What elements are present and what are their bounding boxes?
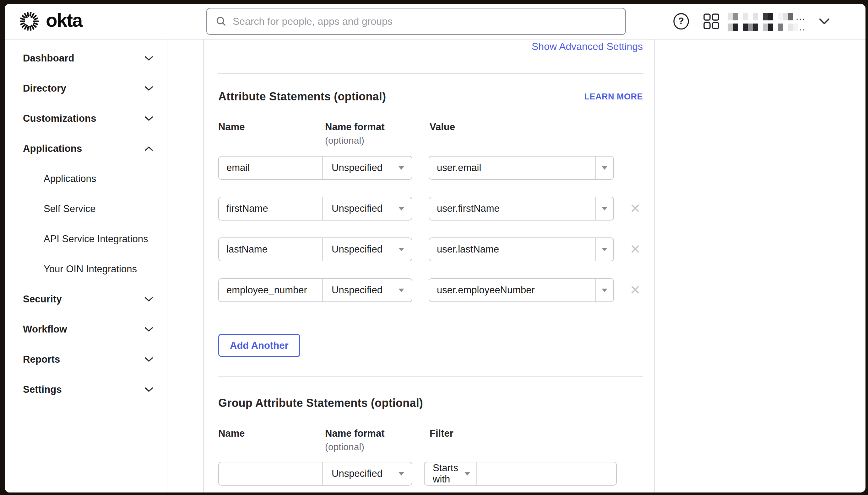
attribute-statements-title: Attribute Statements (optional) (218, 90, 386, 103)
attribute-name-input[interactable] (226, 203, 315, 214)
chevron-down-icon (144, 296, 153, 302)
remove-attribute-button[interactable]: ✕ (629, 243, 641, 256)
column-name-format: Name format (325, 428, 385, 439)
value-dropdown-toggle[interactable] (595, 279, 613, 302)
chevron-down-icon (144, 357, 153, 362)
name-format-select[interactable]: Unspecified (323, 197, 412, 220)
nav-chevron (144, 327, 153, 332)
redacted-dots-bottom: .. (799, 23, 805, 31)
name-format-select[interactable]: Unspecified (323, 238, 412, 261)
attribute-name-input[interactable] (226, 162, 315, 173)
okta-logo[interactable]: okta (19, 4, 82, 39)
advanced-settings-row: Show Advanced Settings (218, 41, 643, 55)
sidebar-item-workflow[interactable]: Workflow (5, 314, 167, 344)
redacted-pixel (743, 23, 748, 31)
nav-chevron (144, 387, 153, 392)
learn-more-link[interactable]: LEARN MORE (585, 92, 643, 102)
redacted-pixel (758, 13, 763, 20)
attribute-name-input[interactable] (226, 285, 315, 296)
redacted-pixel (763, 13, 768, 20)
sidebar-item-label: Reports (23, 354, 60, 365)
sidebar-item-applications[interactable]: Applications (5, 134, 167, 164)
nav-chevron (144, 86, 153, 91)
search-input[interactable] (233, 16, 617, 27)
page-layout: DashboardDirectoryCustomizationsApplicat… (5, 39, 866, 493)
redacted-pixel (788, 23, 793, 31)
remove-attribute-button[interactable]: ✕ (629, 284, 641, 297)
sidebar-item-directory[interactable]: Directory (5, 73, 167, 103)
sidebar-item-dashboard[interactable]: Dashboard (5, 43, 167, 73)
attribute-value-input[interactable] (429, 279, 595, 302)
attribute-name-cell (219, 238, 323, 261)
value-dropdown-toggle[interactable] (595, 156, 613, 179)
column-name: Name (218, 428, 245, 439)
browser-window: okta ? ... (5, 4, 866, 493)
sidebar-item-label: Applications (44, 173, 96, 185)
remove-attribute-button[interactable]: ✕ (629, 202, 641, 215)
sidebar-item-label: Workflow (23, 324, 67, 335)
sidebar-item-customizations[interactable]: Customizations (5, 103, 167, 134)
attribute-value-input[interactable] (429, 197, 595, 220)
sidebar-item-your-oin-integrations[interactable]: Your OIN Integrations (5, 254, 167, 284)
chevron-down-icon (144, 86, 153, 91)
redacted-pixel (788, 13, 793, 20)
chevron-down-icon (144, 116, 153, 121)
sidebar-item-api-service-integrations[interactable]: API Service Integrations (5, 224, 167, 254)
attribute-row: Unspecified (218, 156, 643, 180)
section-divider (218, 73, 643, 74)
global-search[interactable] (206, 8, 626, 35)
attribute-row: Unspecified✕ (218, 197, 643, 221)
sidebar-item-reports[interactable]: Reports (5, 344, 167, 375)
attribute-row: Unspecified✕ (218, 237, 643, 261)
attribute-name-input[interactable] (226, 244, 315, 255)
name-format-value: Unspecified (332, 203, 398, 214)
redacted-pixel (778, 23, 783, 31)
filter-type-select[interactable]: Starts with (425, 462, 477, 485)
group-name-cell (219, 462, 323, 485)
sidebar-item-label: Settings (23, 384, 62, 395)
name-format-select[interactable]: Unspecified (323, 156, 412, 179)
topbar-right-cluster: ? ... .. (673, 4, 831, 39)
attribute-value-input[interactable] (429, 156, 595, 179)
sidebar-item-settings[interactable]: Settings (5, 375, 167, 405)
sidebar-item-label: Self Service (44, 203, 96, 215)
name-and-format-group: Unspecified (218, 462, 412, 485)
attribute-value-input[interactable] (429, 238, 595, 261)
name-and-format-group: Unspecified (218, 278, 412, 302)
user-menu-chevron-down-icon[interactable] (818, 18, 831, 25)
sidebar-item-label: API Service Integrations (44, 233, 148, 245)
redacted-pixel (778, 13, 783, 20)
sidebar-item-label: Directory (23, 83, 66, 94)
redacted-pixel (733, 13, 738, 20)
sidebar-item-applications[interactable]: Applications (5, 164, 167, 194)
redacted-pixel (738, 13, 743, 20)
name-and-format-group: Unspecified (218, 156, 412, 180)
apps-grid-icon[interactable] (703, 13, 719, 30)
group-name-input[interactable] (226, 468, 315, 479)
sidebar-nav: DashboardDirectoryCustomizationsApplicat… (5, 39, 167, 493)
name-format-select[interactable]: Unspecified (323, 462, 412, 485)
name-format-optional-note: (optional) (325, 442, 364, 453)
help-icon[interactable]: ? (673, 13, 689, 30)
sidebar-item-security[interactable]: Security (5, 284, 167, 314)
dropdown-arrow-icon (398, 207, 404, 210)
column-filter: Filter (430, 428, 454, 439)
redacted-pixel (768, 23, 773, 31)
nav-chevron (144, 55, 153, 61)
attribute-value-combobox (429, 278, 614, 302)
filter-value-input[interactable] (477, 462, 616, 485)
redacted-pixel (733, 23, 738, 31)
redacted-pixel (753, 13, 758, 20)
user-account-redacted[interactable]: ... .. (727, 12, 805, 31)
name-format-select[interactable]: Unspecified (323, 279, 412, 302)
show-advanced-settings-link[interactable]: Show Advanced Settings (532, 41, 643, 52)
attribute-columns-header: Name Name format Value (218, 121, 643, 134)
sidebar-item-self-service[interactable]: Self Service (5, 194, 167, 224)
chevron-down-icon (144, 327, 153, 332)
value-dropdown-toggle[interactable] (595, 197, 613, 220)
add-another-attribute-button[interactable]: Add Another (218, 334, 300, 357)
name-and-format-group: Unspecified (218, 237, 412, 261)
dropdown-arrow-icon (602, 289, 607, 292)
sidebar-item-label: Dashboard (23, 53, 75, 64)
value-dropdown-toggle[interactable] (595, 238, 613, 261)
